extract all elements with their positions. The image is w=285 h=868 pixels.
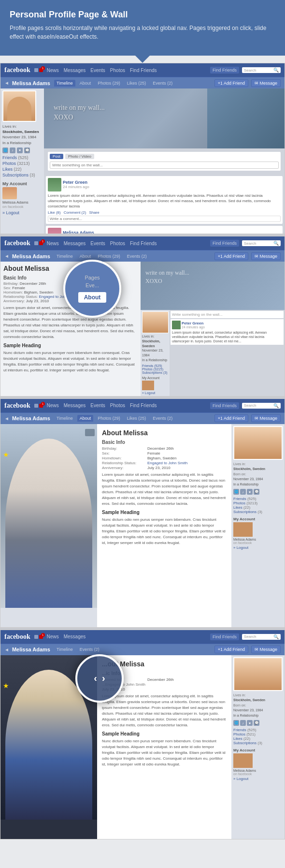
right-icon-heart-3: ♥ [247, 489, 253, 495]
back-arrow-4[interactable]: ◄ [4, 647, 9, 652]
full-about-right-4: Lives in: Stockholm, Sweden Born on: Nov… [231, 655, 285, 839]
nav-messages-2[interactable]: Messages [64, 241, 86, 246]
nav-news-4[interactable]: News [47, 634, 59, 639]
back-arrow-1[interactable]: ◄ [4, 80, 9, 86]
nav-findfriends-1[interactable]: Find Friends [130, 68, 157, 73]
nav-events-1[interactable]: Events [90, 68, 105, 73]
nav-messages-4[interactable]: Messages [64, 634, 86, 639]
find-friends-btn-2[interactable]: Find Friends [210, 240, 239, 247]
nav-photos-1[interactable]: Photos [110, 68, 125, 73]
message-btn-4[interactable]: ✉ Message [251, 646, 281, 653]
post-tab-photo-1[interactable]: Photo / Video [65, 154, 94, 159]
friends-count-1: (525) [18, 155, 28, 160]
add-friend-btn-3[interactable]: +1 Add Friend [214, 414, 248, 422]
likes-link-3[interactable]: Likes (22) [233, 505, 283, 510]
nav-photos-2[interactable]: Photos [110, 241, 125, 246]
feed-share-peter-1[interactable]: Share [89, 210, 99, 215]
screenshot-2-about-magnify: facebook News Messages Events Photos Fin… [0, 236, 285, 397]
nav-photos-3[interactable]: Photos [110, 403, 125, 408]
right-logout-3[interactable]: » Logout [233, 545, 283, 550]
nav-news-2[interactable]: News [47, 241, 59, 246]
tab-events-4[interactable]: Events (2) [77, 646, 102, 653]
message-btn-1[interactable]: ✉ Message [251, 79, 281, 87]
back-arrow-2[interactable]: ◄ [4, 253, 9, 259]
tab-likes-1[interactable]: Likes (25) [125, 80, 149, 87]
right-logout-4[interactable]: » Logout [233, 777, 283, 781]
tab-photos-2[interactable]: Photos (29) [95, 253, 123, 260]
fb-logo-icons-1 [34, 68, 43, 72]
tab-events-2[interactable]: Events (2) [125, 253, 149, 260]
friends-link-3[interactable]: Friends (525) [233, 497, 283, 501]
nav-messages-1[interactable]: Messages [64, 68, 86, 73]
logout-link-1[interactable]: » Logout [2, 210, 42, 215]
fb-search-1[interactable]: Search 🔍 [242, 67, 281, 73]
photos-link-3[interactable]: Photos (3213) [233, 501, 283, 505]
fb-search-2[interactable]: Search 🔍 [242, 240, 281, 246]
nav-findfriends-3[interactable]: Find Friends [130, 403, 157, 408]
fb-search-3[interactable]: Search 🔍 [242, 403, 281, 409]
magnify-about-tab-2[interactable]: About [78, 292, 107, 303]
add-friend-btn-4[interactable]: +1 Add Friend [214, 646, 248, 653]
tab-events-3[interactable]: Events (2) [150, 415, 175, 422]
right-icons-3: 🌐 ♪ ♥ 💬 [233, 489, 283, 495]
post-tab-post-1[interactable]: Post [50, 154, 63, 159]
tab-timeline-3[interactable]: Timeline [54, 415, 75, 422]
comment-input-peter-1[interactable] [48, 216, 281, 222]
about-title-3: About Melissa [102, 429, 227, 437]
nav-news-1[interactable]: News [47, 68, 59, 73]
screenshot-1-timeline: facebook News Messages Events Photos Fin… [0, 63, 285, 234]
tab-likes-3[interactable]: Likes (25) [125, 415, 149, 422]
post-input-1[interactable] [50, 162, 279, 169]
photos-link-4[interactable]: Photos (521) [233, 732, 283, 736]
sidebar-icon-chat: 💬 [24, 147, 30, 153]
friends-link-1[interactable]: Friends (525) [2, 155, 42, 160]
likes-link-1[interactable]: Likes (22) [2, 167, 42, 172]
find-friends-btn-3[interactable]: Find Friends [210, 402, 239, 409]
mini-logout-2[interactable]: » Logout [142, 391, 168, 395]
add-friend-btn-2[interactable]: +1 Add Friend [214, 252, 248, 260]
nav-news-3[interactable]: News [47, 403, 59, 408]
message-btn-2[interactable]: ✉ Message [251, 252, 281, 260]
feed-item-1: Peter Green 24 minutes ago Lorem ipsum d… [46, 176, 283, 224]
back-arrow-3[interactable]: ◄ [4, 416, 9, 421]
nav-left-arrow-4[interactable]: ‹ [94, 673, 97, 684]
profile-sidebar-1: Lives in: Stockholm, Sweden November 23,… [0, 88, 44, 234]
find-friends-btn-4[interactable]: Find Friends [210, 633, 239, 640]
nav-findfriends-2[interactable]: Find Friends [130, 241, 157, 246]
photos-link-1[interactable]: Photos (3213) [2, 161, 42, 166]
tab-events-1[interactable]: Events (2) [150, 80, 175, 87]
tab-timeline-2[interactable]: Timeline [54, 253, 75, 260]
search-text-2: Search [244, 241, 256, 246]
fb-search-4[interactable]: Search 🔍 [242, 634, 281, 640]
profile-actions-1: +1 Add Friend ✉ Message [214, 79, 281, 87]
find-friends-btn-1[interactable]: Find Friends [210, 67, 239, 74]
tab-photos-1[interactable]: Photos (29) [95, 80, 123, 87]
nav-messages-3[interactable]: Messages [64, 403, 86, 408]
magnify-pages-tab-2: Pages [78, 275, 107, 280]
tab-about-2[interactable]: About [77, 253, 94, 260]
feed-like-peter-1[interactable]: Like (8) [48, 210, 61, 215]
message-btn-3[interactable]: ✉ Message [251, 414, 281, 422]
tab-timeline-1[interactable]: Timeline [54, 80, 75, 87]
cover-woman-1 [207, 88, 285, 148]
nav-right-arrow-4[interactable]: › [102, 673, 105, 684]
nav-events-3[interactable]: Events [90, 403, 105, 408]
tab-about-3[interactable]: About [77, 415, 94, 422]
subscriptions-link-1[interactable]: Subscriptions (3) [2, 173, 42, 177]
feed-name-melissa-1[interactable]: Melissa Adams [63, 230, 94, 234]
about-body-text-3: Lorem ipsum dolor sit amet, consectetur … [102, 472, 227, 507]
feed-comment-peter-1[interactable]: Comment (2) [64, 210, 86, 215]
add-friend-btn-1[interactable]: +1 Add Friend [214, 79, 248, 87]
tab-photos-3[interactable]: Photos (29) [95, 415, 123, 422]
nav-events-2[interactable]: Events [90, 241, 105, 246]
profile-tabs-1: Timeline About Photos (29) Likes (25) Ev… [54, 80, 175, 87]
tab-about-1[interactable]: About [77, 80, 94, 87]
subscriptions-link-4[interactable]: Subscriptions (3) [233, 741, 283, 745]
feed-name-peter-1[interactable]: Peter Green [63, 180, 89, 185]
subscriptions-link-3[interactable]: Subscriptions (3) [233, 510, 283, 514]
fb-logo-1: facebook [4, 66, 30, 74]
friends-link-4[interactable]: Friends (525) [233, 728, 283, 732]
tab-timeline-4[interactable]: Timeline [54, 646, 75, 653]
star-badge-4: ★ [3, 682, 9, 690]
likes-link-4[interactable]: Likes (22) [233, 736, 283, 741]
